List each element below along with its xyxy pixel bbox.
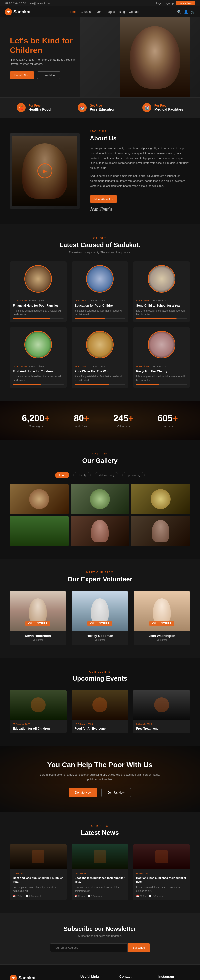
cause-image-5 (72, 327, 129, 362)
volunteer-role-3: Volunteer (134, 639, 190, 641)
cause-meta-6: GOAL: $5000 RAISED: $700 Recycling For C… (133, 362, 190, 388)
volunteers-section: Meet Our Team Our Expert Volunteer VOLUN… (0, 559, 200, 658)
cause-progress-6 (136, 384, 187, 385)
nav-link-event1[interactable]: Event (95, 10, 103, 14)
event-meta-1: 05 January, 2023 Education for All Child… (10, 720, 67, 733)
play-icon[interactable]: ▶ (38, 164, 52, 178)
cta-buttons: Donate Now Join Us Now (10, 788, 190, 797)
cause-desc-4: It is a long established fact that a rea… (13, 375, 64, 382)
signup-link[interactable]: Sign Up (165, 2, 174, 5)
news-title: Latest News (10, 829, 190, 837)
cause-desc-3: It is a long established fact that a rea… (136, 309, 187, 317)
footer-contact: Contact 123 Street, New York, USA +012 3… (119, 975, 151, 980)
topbar-auth: Login Sign Up Donate Now (156, 1, 195, 5)
news-date-3: 📅 22 Jan (136, 895, 146, 897)
nav-links: Home Causes Event Pages Blog Contact (69, 10, 140, 14)
cta-join-button[interactable]: Join Us Now (102, 788, 131, 797)
nav-link-pages[interactable]: Pages (106, 10, 115, 14)
gallery-tabs: Food Charity Volunteering Sponsoring (10, 472, 190, 478)
cause-circle-img-6 (149, 332, 175, 358)
newsletter-description: Subscribe to get news and updates. (10, 934, 190, 937)
cta-donate-button[interactable]: Donate Now (69, 788, 97, 797)
event-date-3: 20 March, 2023 (136, 723, 187, 725)
nav-link-home[interactable]: Home (69, 10, 77, 14)
gallery-label: Gallery (10, 453, 190, 455)
news-date-1: 📅 22 Jan (13, 895, 23, 897)
news-grid: Donation Boot and lass published their s… (10, 844, 190, 900)
search-icon[interactable]: 🔍 (177, 10, 181, 14)
volunteer-name-3: Jean Washington (134, 634, 190, 638)
topbar-email[interactable]: info@sadakat.com (30, 2, 51, 5)
stat-raised-label: Fund Raised (74, 425, 89, 428)
topbar-donate-button[interactable]: Donate Now (176, 1, 195, 5)
cause-circle-3 (148, 265, 176, 293)
hero-title-line1: Let's be Kind for (10, 36, 73, 45)
gallery-image-2 (71, 484, 130, 514)
cause-image-4 (10, 327, 67, 362)
news-image-2 (72, 844, 129, 869)
nav-link-causes[interactable]: Causes (81, 10, 91, 14)
volunteer-badge-2: VOLUNTEER (87, 621, 113, 626)
gallery-title: Our Gallery (10, 457, 190, 465)
volunteer-card-3: VOLUNTEER Jean Washington Volunteer (134, 591, 190, 645)
topbar-phone[interactable]: +880 1234-567890 (5, 2, 26, 5)
cause-image-3 (133, 261, 190, 296)
event-title-3: Free Treatment (136, 727, 187, 730)
logo-text[interactable]: Sadakat (14, 9, 31, 14)
footer-brand: ❤ Sadakat There are many variations of p… (10, 975, 73, 980)
event-image-1 (10, 690, 67, 720)
gallery-tab-volunteering[interactable]: Volunteering (95, 472, 119, 478)
cta-content: You Can Help The Poor With Us Lorem ipsu… (10, 761, 190, 797)
causes-grid: GOAL: $5000 RAISED: $700 Financial Help … (10, 261, 190, 388)
news-title-3: Boot and lass published their supplier l… (136, 876, 187, 884)
news-date-2: 📅 22 Jan (75, 895, 85, 897)
causes-label: Causes (10, 237, 190, 240)
cart-icon[interactable]: 🛒 (191, 10, 195, 14)
events-section: Our Events Upcoming Events 05 January, 2… (0, 658, 200, 746)
nav-link-contact[interactable]: Contact (129, 10, 139, 14)
volunteer-name-1: Devin Robertson (10, 634, 66, 638)
cause-progress-4 (13, 384, 64, 385)
newsletter-email-input[interactable] (50, 943, 128, 952)
cause-circle-4 (24, 331, 52, 358)
user-icon[interactable]: 👤 (184, 10, 188, 14)
gallery-tab-charity[interactable]: Charity (73, 472, 91, 478)
feature-education: 📚 Get Free Pure Education (78, 103, 116, 112)
event-date-1: 05 January, 2023 (13, 723, 64, 725)
stats-section: 6,200+ Campaigns 80+ Fund Raised 245+ Vo… (0, 401, 200, 440)
stat-partners: 605+ Partners (158, 413, 178, 428)
about-para2: Sed ut perspiciatis unde omnis iste natu… (90, 174, 190, 188)
cause-card-1: GOAL: $5000 RAISED: $700 Financial Help … (10, 261, 67, 322)
causes-header: Causes Latest Caused of Sadakat. The ext… (10, 237, 190, 254)
stat-raised: 80+ Fund Raised (74, 413, 89, 428)
cause-circle-2 (86, 265, 114, 293)
login-link[interactable]: Login (156, 2, 162, 5)
hero-donate-button[interactable]: Donate Now (10, 72, 34, 79)
feature-food: 🍎 For Free Healthy Food (17, 103, 51, 112)
cause-meta-5: GOAL: $5000 RAISED: $700 Pure Water For … (72, 362, 129, 388)
cause-circle-img-3 (149, 266, 175, 292)
news-footer-3: 📅 22 Jan 💬 2 Comment (136, 895, 187, 897)
cta-description: Lorem ipsum dolor sit amet, consectetur … (38, 773, 162, 782)
cause-image-6 (133, 327, 190, 362)
events-title: Upcoming Events (10, 675, 190, 682)
event-card-3: 20 March, 2023 Free Treatment (133, 690, 190, 733)
stat-campaigns-label: Campaigns (22, 425, 50, 428)
newsletter-submit-button[interactable]: Subscribe (128, 943, 150, 952)
feature-medical-title: Medical Facilities (154, 107, 183, 111)
news-label: Our Blog (10, 824, 190, 827)
gallery-tab-sponsoring[interactable]: Sponsoring (122, 472, 145, 478)
event-image-3 (133, 690, 190, 720)
about-label: About Us (90, 130, 190, 133)
about-more-button[interactable]: More About Us (90, 196, 117, 202)
hero-know-button[interactable]: Know More (37, 72, 61, 79)
volunteer-image-3: VOLUNTEER (134, 591, 190, 631)
volunteer-card-1: VOLUNTEER Devin Robertson Volunteer (10, 591, 66, 645)
nav-link-blog[interactable]: Blog (119, 10, 125, 14)
event-title-2: Food for All Everyone (75, 727, 125, 730)
gallery-tab-food[interactable]: Food (55, 472, 70, 478)
navbar: ❤ Sadakat Home Causes Event Pages Blog C… (0, 6, 200, 17)
cause-stats-6: GOAL: $5000 RAISED: $700 (136, 365, 187, 368)
cause-circle-img-2 (87, 266, 113, 292)
about-content: About Us About Us Lorem ipsum dolor sit … (80, 130, 190, 212)
